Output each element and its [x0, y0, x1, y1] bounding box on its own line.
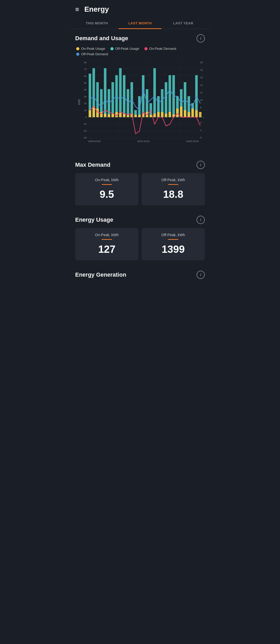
energy-generation-title: Energy Generation	[75, 271, 126, 278]
demand-usage-title: Demand and Usage	[75, 35, 128, 42]
svg-rect-30	[142, 75, 144, 117]
x-axis-labels: 04/05 00:00 04/15 00:00 04/25 00:00	[88, 140, 205, 143]
svg-rect-73	[195, 110, 198, 117]
chart-svg	[88, 61, 205, 139]
svg-rect-65	[165, 114, 167, 117]
svg-rect-71	[187, 112, 190, 117]
svg-rect-64	[161, 112, 164, 117]
on-peak-demand-dot	[144, 47, 148, 50]
svg-rect-72	[191, 109, 194, 117]
demand-usage-info-button[interactable]: i	[197, 34, 205, 43]
legend-on-peak-usage: On-Peak Usage	[76, 47, 105, 51]
svg-rect-20	[104, 68, 107, 117]
svg-rect-45	[89, 110, 91, 117]
svg-rect-33	[153, 68, 156, 117]
chart-legend: On-Peak Usage Off-Peak Usage On-Peak Dem…	[75, 47, 205, 56]
max-demand-section: Max Demand i On-Peak, kWh 9.5 Off-Peak, …	[70, 156, 210, 205]
on-peak-usage-label: On-Peak Usage	[81, 47, 105, 51]
svg-rect-63	[157, 112, 160, 117]
energy-usage-on-peak-label: On-Peak, kWh	[79, 233, 134, 237]
svg-rect-57	[134, 115, 137, 117]
tab-last-month[interactable]: LAST MONTH	[118, 18, 162, 29]
svg-rect-62	[153, 114, 156, 117]
svg-rect-70	[184, 110, 186, 117]
max-demand-off-peak-card: Off-Peak, kWh 18.8	[142, 173, 205, 205]
svg-rect-50	[108, 114, 110, 117]
energy-usage-on-peak-value: 127	[79, 243, 134, 255]
max-demand-on-peak-underline	[102, 184, 112, 185]
energy-usage-info-button[interactable]: i	[197, 216, 205, 224]
legend-off-peak-usage: Off-Peak Usage	[110, 47, 139, 51]
tab-bar: THIS MONTH LAST MONTH LAST YEAR	[70, 18, 210, 29]
demand-usage-chart: kWh 80 70 60 50 40 30 20 10 0 -10 -20 -3…	[75, 59, 205, 150]
svg-rect-53	[119, 113, 122, 117]
energy-generation-info-button[interactable]: i	[197, 271, 205, 279]
svg-rect-68	[176, 109, 179, 117]
tab-this-month[interactable]: THIS MONTH	[75, 18, 118, 29]
energy-generation-header: Energy Generation i	[75, 271, 205, 279]
max-demand-title: Max Demand	[75, 162, 110, 168]
header: ≡ Energy	[70, 0, 210, 18]
max-demand-header: Max Demand i	[75, 161, 205, 169]
energy-usage-section: Energy Usage i On-Peak, kWh 127 Off-Peak…	[70, 211, 210, 260]
svg-rect-37	[169, 75, 171, 117]
svg-rect-49	[104, 114, 107, 117]
energy-usage-cards: On-Peak, kWh 127 Off-Peak, kWh 1399	[75, 228, 205, 260]
energy-generation-section: Energy Generation i	[70, 265, 210, 279]
svg-rect-36	[165, 82, 167, 117]
demand-usage-header: Demand and Usage i	[75, 34, 205, 43]
off-peak-usage-label: Off-Peak Usage	[115, 47, 139, 51]
energy-usage-on-peak-underline	[102, 239, 112, 240]
off-peak-demand-label: Off-Peak Demand	[81, 52, 108, 56]
off-peak-usage-dot	[110, 47, 114, 50]
y-labels-left: 80 70 60 50 40 30 20 10 0 -10 -20 -30	[76, 61, 87, 139]
max-demand-on-peak-card: On-Peak, kWh 9.5	[75, 173, 138, 205]
svg-rect-24	[119, 68, 122, 117]
energy-usage-off-peak-label: Off-Peak, kWh	[146, 233, 201, 237]
energy-usage-off-peak-card: Off-Peak, kWh 1399	[142, 228, 205, 260]
svg-rect-66	[169, 112, 171, 117]
legend-off-peak-demand: Off-Peak Demand	[76, 52, 108, 56]
svg-rect-58	[138, 115, 141, 117]
energy-usage-header: Energy Usage i	[75, 216, 205, 224]
energy-usage-on-peak-card: On-Peak, kWh 127	[75, 228, 138, 260]
y-labels-right: 20 18 16 14 12 10 8 6 4 2 0	[200, 61, 206, 139]
svg-rect-47	[96, 109, 99, 117]
menu-button[interactable]: ≡	[75, 6, 79, 13]
on-peak-usage-dot	[76, 47, 79, 50]
on-peak-demand-label: On-Peak Demand	[149, 47, 176, 51]
page-title: Energy	[84, 5, 109, 13]
energy-usage-off-peak-value: 1399	[146, 243, 201, 255]
max-demand-info-button[interactable]: i	[197, 161, 205, 169]
max-demand-off-peak-value: 18.8	[146, 188, 201, 200]
tab-last-year[interactable]: LAST YEAR	[162, 18, 205, 29]
energy-usage-off-peak-underline	[168, 239, 178, 240]
demand-usage-section: Demand and Usage i On-Peak Usage Off-Pea…	[70, 29, 210, 150]
svg-rect-69	[180, 107, 183, 117]
max-demand-cards: On-Peak, kWh 9.5 Off-Peak, kWh 18.8	[75, 173, 205, 205]
energy-usage-title: Energy Usage	[75, 216, 113, 223]
off-peak-demand-dot	[76, 53, 79, 56]
svg-rect-61	[150, 115, 152, 117]
legend-on-peak-demand: On-Peak Demand	[144, 47, 176, 51]
max-demand-off-peak-label: Off-Peak, kWh	[146, 178, 201, 182]
max-demand-off-peak-underline	[168, 184, 178, 185]
max-demand-on-peak-label: On-Peak, kWh	[79, 178, 134, 182]
max-demand-on-peak-value: 9.5	[79, 188, 134, 200]
